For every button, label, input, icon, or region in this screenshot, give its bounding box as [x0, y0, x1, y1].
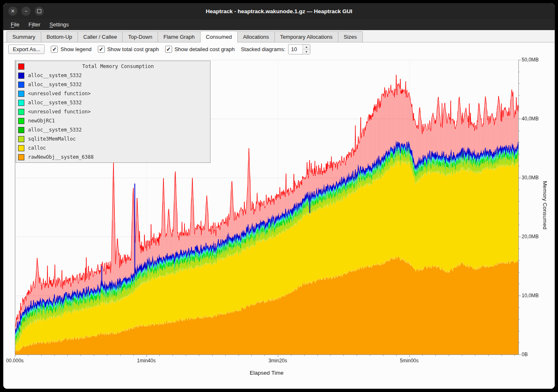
toolbar: Export As... ✓Show legend✓Show total cos… — [3, 42, 555, 56]
legend-item: alloc__system_5332 — [16, 80, 210, 89]
legend-item: sqlite3MemMalloc — [16, 134, 210, 143]
menu-file[interactable]: File — [7, 20, 24, 29]
y-tick-label: 40,0MB — [522, 116, 539, 122]
legend-item: newObjRC1 — [16, 116, 210, 125]
legend-label: <unresolved function> — [28, 109, 91, 115]
menubar: FileFilterSettings — [3, 19, 555, 30]
legend-label: sqlite3MemMalloc — [28, 136, 76, 142]
legend-label: alloc__system_5332 — [28, 127, 82, 133]
legend-label: Total Memory Consumption — [28, 63, 208, 69]
x-tick-label: 00.000s — [6, 358, 24, 364]
tab-bar: SummaryBottom-UpCaller / CalleeTop-DownF… — [3, 30, 555, 42]
legend-swatch — [18, 82, 24, 88]
legend-title-row: Total Memory Consumption — [16, 62, 210, 71]
maximize-icon — [37, 9, 41, 13]
tab-sizes[interactable]: Sizes — [338, 31, 363, 42]
y-axis-title: Memory Consumed — [542, 56, 548, 354]
legend-item: alloc__system_5332 — [16, 71, 210, 80]
legend-label: alloc__system_5332 — [28, 100, 82, 106]
spin-buttons: ▲ ▼ — [303, 45, 310, 54]
y-tick-label: 0B — [522, 352, 528, 357]
menu-filter[interactable]: Filter — [24, 20, 45, 29]
tab-temporary-allocations[interactable]: Temporary Allocations — [274, 31, 338, 42]
legend-swatch — [18, 100, 24, 106]
menu-settings[interactable]: Settings — [45, 20, 73, 29]
stacked-diagrams-group: Stacked diagrams: 10 ▲ ▼ — [241, 44, 310, 54]
legend-label: alloc__system_5332 — [28, 82, 82, 87]
legend-swatch — [18, 109, 24, 115]
export-as-button[interactable]: Export As... — [8, 45, 45, 54]
chart-legend: Total Memory Consumptionalloc__system_53… — [16, 61, 210, 163]
toolbar-checkboxes: ✓Show legend✓Show total cost graph✓Show … — [51, 46, 234, 53]
legend-swatch — [18, 118, 24, 124]
legend-swatch — [18, 154, 24, 160]
legend-item: alloc__system_5332 — [16, 98, 210, 107]
legend-item: <unresolved function> — [16, 107, 210, 116]
spin-up-icon: ▲ — [305, 45, 307, 48]
legend-swatch — [18, 136, 24, 142]
heaptrack-window: ✕ − Heaptrack - heaptrack.wakunode.1.gz … — [3, 3, 555, 389]
legend-swatch — [18, 63, 24, 70]
legend-swatch — [18, 73, 24, 79]
close-icon: ✕ — [11, 9, 15, 14]
checkbox-label: Show legend — [60, 46, 91, 52]
legend-label: alloc__system_5332 — [28, 73, 82, 78]
checkbox-show-legend[interactable]: ✓Show legend — [51, 46, 91, 53]
titlebar: ✕ − Heaptrack - heaptrack.wakunode.1.gz … — [3, 3, 555, 19]
window-controls: ✕ − — [8, 7, 44, 16]
checkbox-show-total-cost-graph[interactable]: ✓Show total cost graph — [98, 46, 159, 53]
stacked-diagrams-value[interactable]: 10 — [288, 45, 303, 54]
legend-swatch — [18, 127, 24, 133]
tab-summary[interactable]: Summary — [7, 31, 41, 42]
y-tick-label: 10,0MB — [522, 293, 539, 298]
checkbox-label: Show detailed cost graph — [175, 46, 235, 52]
spin-up-button[interactable]: ▲ — [303, 45, 310, 49]
tab-flame-graph[interactable]: Flame Graph — [158, 31, 201, 42]
maximize-button[interactable] — [35, 7, 44, 16]
y-tick-label: 20,0MB — [522, 234, 539, 239]
legend-label: newObjRC1 — [28, 118, 55, 124]
legend-label: <unresolved function> — [28, 91, 91, 96]
checkbox-show-detailed-cost-graph[interactable]: ✓Show detailed cost graph — [165, 46, 235, 53]
checkbox-label: Show total cost graph — [107, 46, 159, 52]
legend-swatch — [18, 91, 24, 97]
tab-top-down[interactable]: Top-Down — [122, 31, 158, 42]
spin-down-button[interactable]: ▼ — [303, 49, 310, 54]
minimize-icon: − — [24, 9, 27, 14]
legend-label: rawNewObj__system_6388 — [28, 154, 94, 160]
tab-bottom-up[interactable]: Bottom-Up — [41, 31, 78, 42]
spin-down-icon: ▼ — [305, 50, 307, 53]
legend-item: calloc — [16, 143, 210, 153]
tab-allocations[interactable]: Allocations — [237, 31, 275, 42]
checkbox-check-icon: ✓ — [51, 46, 58, 53]
x-tick-label: 5min00s — [400, 358, 418, 364]
checkbox-check-icon: ✓ — [165, 46, 172, 53]
legend-item: alloc__system_5332 — [16, 125, 210, 134]
x-tick-label: 3min20s — [268, 358, 287, 364]
chart-area: Total Memory Consumptionalloc__system_53… — [3, 56, 555, 389]
stacked-diagrams-label: Stacked diagrams: — [241, 46, 286, 52]
x-axis-title: Elapsed Time — [15, 370, 518, 376]
tab-consumed[interactable]: Consumed — [200, 31, 238, 42]
stacked-diagrams-spinbox[interactable]: 10 ▲ ▼ — [288, 44, 310, 54]
minimize-button[interactable]: − — [21, 7, 31, 16]
checkbox-check-icon: ✓ — [98, 46, 105, 53]
y-tick-label: 30,0MB — [522, 175, 539, 181]
y-tick-label: 50,0MB — [522, 57, 539, 63]
window-title: Heaptrack - heaptrack.wakunode.1.gz — He… — [3, 8, 555, 14]
close-button[interactable]: ✕ — [8, 7, 17, 16]
legend-item: <unresolved function> — [16, 89, 210, 98]
legend-item: rawNewObj__system_6388 — [16, 153, 210, 162]
tab-caller-callee[interactable]: Caller / Callee — [78, 31, 123, 42]
x-tick-label: 1min40s — [137, 358, 156, 364]
legend-swatch — [18, 145, 24, 151]
legend-label: calloc — [28, 145, 46, 151]
